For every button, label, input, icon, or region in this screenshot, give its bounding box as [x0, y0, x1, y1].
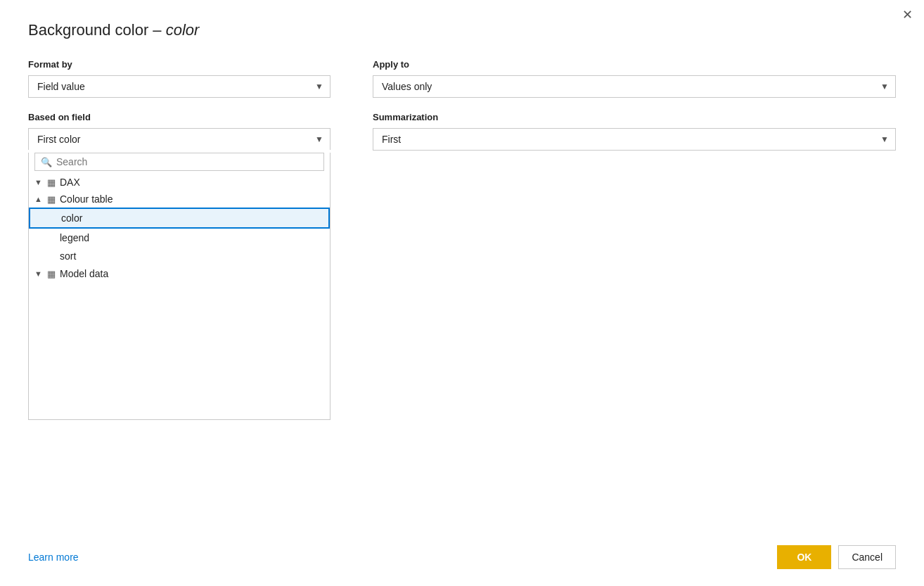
field-dropdown-container: First color ▼ 🔍 ▼ ▦ DAX — [28, 128, 331, 420]
tree-item-legend[interactable]: legend — [29, 229, 330, 247]
model-data-label: Model data — [60, 268, 108, 279]
tree-group-model-data[interactable]: ▼ ▦ Model data — [29, 265, 330, 282]
tree-group-dax[interactable]: ▼ ▦ DAX — [29, 174, 330, 191]
format-by-dropdown-wrapper: Field value Color scale Rules Gradient ▼ — [28, 75, 331, 98]
right-column: Apply to Values only Total Grand total ▼… — [373, 59, 896, 420]
cancel-button[interactable]: Cancel — [838, 545, 896, 569]
format-by-dropdown[interactable]: Field value Color scale Rules Gradient — [28, 75, 331, 98]
dialog-title: Background color – color — [28, 21, 896, 39]
summarization-label: Summarization — [373, 112, 896, 122]
color-item-label: color — [61, 212, 82, 224]
model-data-table-icon: ▦ — [47, 269, 56, 279]
based-on-field-chevron-icon: ▼ — [315, 134, 323, 144]
background-color-dialog: ✕ Background color – color Format by Fie… — [0, 0, 924, 586]
footer-buttons: OK Cancel — [777, 545, 896, 569]
field-dropdown-panel: 🔍 ▼ ▦ DAX ▲ ▦ Colour table — [28, 153, 331, 420]
dax-group-label: DAX — [60, 177, 80, 188]
tree-item-sort[interactable]: sort — [29, 247, 330, 265]
apply-to-dropdown-wrapper: Values only Total Grand total ▼ — [373, 75, 896, 98]
colour-table-chevron-icon: ▲ — [34, 195, 44, 203]
sort-item-label: sort — [60, 250, 76, 262]
close-button[interactable]: ✕ — [902, 8, 913, 21]
ok-button[interactable]: OK — [777, 545, 831, 569]
tree-group-colour-table[interactable]: ▲ ▦ Colour table — [29, 191, 330, 208]
colour-table-label: Colour table — [60, 193, 113, 205]
based-on-field-button[interactable]: First color ▼ — [28, 128, 331, 150]
learn-more-link[interactable]: Learn more — [28, 552, 79, 563]
dax-chevron-icon: ▼ — [34, 178, 44, 186]
tree-item-color[interactable]: color — [29, 208, 330, 229]
based-on-field-value: First color — [37, 134, 80, 145]
summarization-dropdown-wrapper: First Last Count Sum Average ▼ — [373, 128, 896, 151]
based-on-field-label: Based on field — [28, 112, 331, 122]
format-by-label: Format by — [28, 59, 331, 70]
apply-to-dropdown[interactable]: Values only Total Grand total — [373, 75, 896, 98]
search-icon: 🔍 — [41, 157, 52, 167]
apply-to-label: Apply to — [373, 59, 896, 70]
summarization-dropdown[interactable]: First Last Count Sum Average — [373, 128, 896, 151]
dialog-footer: Learn more OK Cancel — [28, 545, 896, 569]
dax-table-icon: ▦ — [47, 177, 56, 188]
left-column: Format by Field value Color scale Rules … — [28, 59, 331, 420]
search-row: 🔍 — [34, 153, 324, 171]
colour-table-icon: ▦ — [47, 194, 56, 205]
summarization-section: Summarization First Last Count Sum Avera… — [373, 112, 896, 151]
model-data-chevron-icon: ▼ — [34, 269, 44, 278]
search-input[interactable] — [56, 156, 318, 167]
legend-item-label: legend — [60, 232, 89, 243]
